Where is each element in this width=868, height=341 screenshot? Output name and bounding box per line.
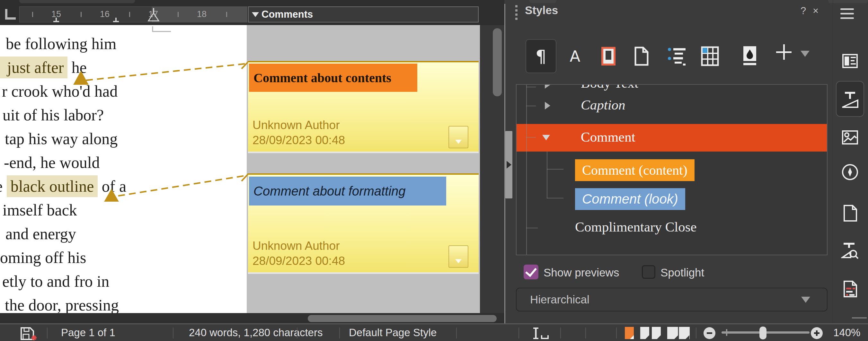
document-line[interactable]: tap his way along xyxy=(5,127,118,151)
list-styles-button[interactable] xyxy=(668,47,687,66)
show-previews-checkbox[interactable] xyxy=(524,265,538,279)
horizontal-ruler[interactable]: 15 16 17 18 xyxy=(19,6,247,23)
panel-drag-grip[interactable] xyxy=(515,5,518,20)
style-item-comment-content[interactable]: Comment (content) xyxy=(575,159,694,181)
document-line[interactable]: be following him xyxy=(6,32,116,56)
style-filter-value: Hierarchical xyxy=(530,293,589,306)
comment-box-contents[interactable]: Comment about contents Unknown Author 28… xyxy=(248,61,479,152)
fill-format-mode-button[interactable] xyxy=(741,45,758,67)
document-canvas[interactable]: be following him just after he r crook w… xyxy=(0,25,504,313)
unsaved-changes-star xyxy=(31,335,37,340)
expander-icon[interactable] xyxy=(545,84,550,89)
word-count-status[interactable]: 240 words, 1,280 characters xyxy=(189,324,322,341)
document-line[interactable]: imself back xyxy=(3,198,77,222)
table-styles-button[interactable] xyxy=(701,46,720,66)
ruler-tick xyxy=(226,12,227,17)
ruler-tick xyxy=(32,12,33,17)
zoom-slider-thumb[interactable] xyxy=(760,327,767,339)
horizontal-scrollbar[interactable] xyxy=(0,313,504,323)
panel-help-button[interactable]: ? xyxy=(801,5,806,17)
status-bar: Page 1 of 1 240 words, 1,280 characters … xyxy=(0,323,868,341)
styles-list-selected-row[interactable] xyxy=(517,124,827,152)
tab-properties[interactable] xyxy=(841,52,859,70)
libreoffice-writer-window: 15 16 17 18 Comments be following him ju… xyxy=(0,0,868,341)
document-line[interactable]: r crook who'd had xyxy=(2,79,118,103)
comment-author: Unknown Author xyxy=(252,118,345,133)
toolbar-button-remnant xyxy=(828,0,868,3)
character-styles-button[interactable]: A xyxy=(565,42,585,71)
text-cursor-mode-icon[interactable] xyxy=(529,327,552,340)
comment-box-formatting[interactable]: Comment about formatting Unknown Author … xyxy=(248,174,479,272)
ruler-number: 16 xyxy=(95,9,114,19)
page-number-status[interactable]: Page 1 of 1 xyxy=(61,324,115,341)
paragraph-styles-button[interactable]: ¶ xyxy=(526,39,556,73)
style-item-caption[interactable]: Caption xyxy=(581,97,625,113)
zoom-level-status[interactable]: 140% xyxy=(833,324,860,341)
expander-icon[interactable] xyxy=(545,102,550,110)
comment-connector-line xyxy=(86,64,247,80)
horizontal-scrollbar-thumb[interactable] xyxy=(308,315,497,322)
tab-style-inspector[interactable] xyxy=(841,242,859,259)
style-item-body-text[interactable]: Body Text xyxy=(581,84,638,91)
zoom-in-button[interactable] xyxy=(811,327,823,339)
document-line[interactable]: the door, pressing xyxy=(5,293,119,313)
check-icon xyxy=(525,265,537,277)
frame-icon xyxy=(606,51,611,60)
document-line[interactable]: e black outline of a xyxy=(0,174,126,198)
styles-list[interactable]: Body Text Caption Comment Comment (conte… xyxy=(516,84,828,255)
tab-page[interactable] xyxy=(841,204,859,222)
chevron-down-icon xyxy=(455,259,462,263)
tab-stop-marker[interactable] xyxy=(53,18,59,22)
comments-column-header[interactable]: Comments xyxy=(248,6,479,23)
chevron-right-icon xyxy=(506,161,512,168)
ruler-tick xyxy=(178,12,179,17)
page-style-status[interactable]: Default Page Style xyxy=(349,324,437,341)
comment-meta: Unknown Author 28/09/2023 00:48 xyxy=(252,238,345,269)
new-style-button[interactable] xyxy=(776,44,792,60)
comment-timestamp: 28/09/2023 00:48 xyxy=(252,253,345,269)
zoom-out-button[interactable] xyxy=(704,327,715,339)
tab-stop-marker[interactable] xyxy=(113,18,119,22)
comment-menu-button[interactable] xyxy=(448,126,468,148)
style-item-comment[interactable]: Comment xyxy=(581,129,636,145)
chevron-down-icon xyxy=(801,297,810,303)
tab-type-selector[interactable] xyxy=(5,9,16,20)
sidebar-collapse-handle[interactable] xyxy=(505,131,513,198)
expander-icon[interactable] xyxy=(542,135,550,140)
spotlight-label: Spotlight xyxy=(660,266,704,279)
frame-styles-button[interactable] xyxy=(601,47,616,65)
comment-menu-button[interactable] xyxy=(448,245,468,268)
comment-title-highlighted[interactable]: Comment about contents xyxy=(249,64,417,92)
document-line[interactable]: and energy xyxy=(5,222,76,246)
panel-close-button[interactable]: × xyxy=(813,5,818,17)
comment-anchor-highlight: just after xyxy=(0,57,67,79)
style-actions-dropdown[interactable] xyxy=(801,51,809,57)
document-line[interactable]: just after he xyxy=(0,56,87,79)
ruler-number: 18 xyxy=(192,9,211,19)
multi-page-view-icon[interactable] xyxy=(640,327,662,340)
toolbar-button-remnant xyxy=(19,0,135,3)
page-styles-button[interactable] xyxy=(633,46,650,66)
comment-title-highlighted[interactable]: Comment about formatting xyxy=(249,177,446,206)
style-item-comment-look[interactable]: Comment (look) xyxy=(575,188,685,210)
tab-gallery[interactable] xyxy=(841,128,859,147)
book-view-icon[interactable] xyxy=(667,327,691,340)
panel-resize-grip[interactable] xyxy=(852,317,867,318)
tab-accessibility-check[interactable] xyxy=(841,280,859,298)
spotlight-checkbox[interactable] xyxy=(642,265,655,279)
tab-navigator[interactable] xyxy=(841,163,859,181)
show-previews-label: Show previews xyxy=(544,266,619,279)
single-page-view-icon[interactable] xyxy=(624,327,635,340)
style-item-complimentary-close[interactable]: Complimentary Close xyxy=(575,219,697,235)
document-line[interactable]: uit of his labor? xyxy=(3,103,104,127)
style-filter-dropdown[interactable]: Hierarchical xyxy=(516,288,828,311)
tab-styles-icon[interactable] xyxy=(841,91,859,108)
toolbar-button-remnant xyxy=(529,0,556,3)
sidebar-menu-icon[interactable] xyxy=(840,8,854,19)
document-line[interactable]: etly to and fro in xyxy=(2,269,109,293)
document-line[interactable]: -end, he would xyxy=(4,151,100,174)
save-status-icon[interactable] xyxy=(20,327,38,341)
vertical-scrollbar-thumb[interactable] xyxy=(493,28,502,96)
document-line[interactable]: oming off his xyxy=(0,246,86,269)
indent-marker[interactable] xyxy=(147,7,161,22)
